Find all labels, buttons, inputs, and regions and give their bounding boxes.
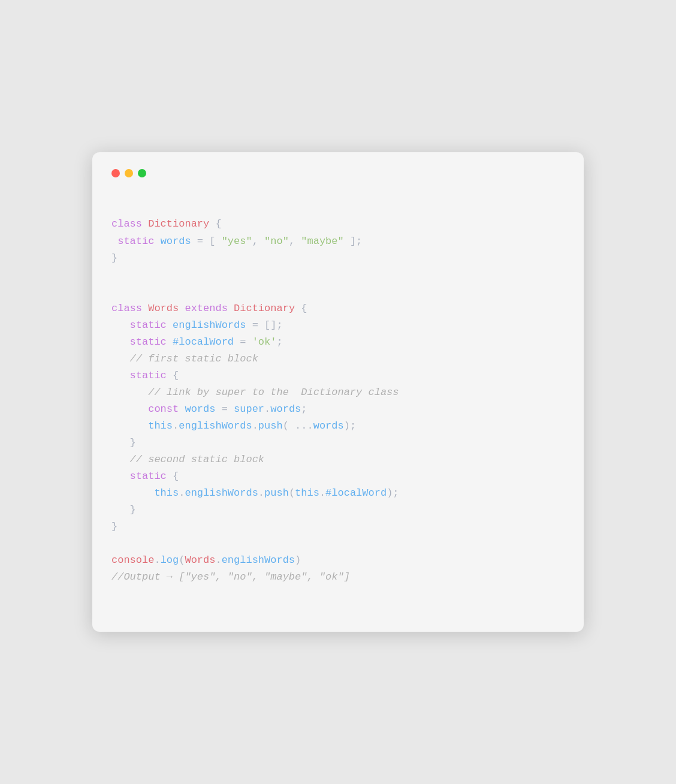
maximize-button[interactable]: [138, 169, 146, 177]
code-window: class Dictionary { static words = [ "yes…: [92, 152, 584, 631]
code-display: class Dictionary { static words = [ "yes…: [111, 199, 565, 602]
close-button[interactable]: [111, 169, 120, 177]
traffic-lights: [111, 169, 565, 177]
minimize-button[interactable]: [125, 169, 133, 177]
